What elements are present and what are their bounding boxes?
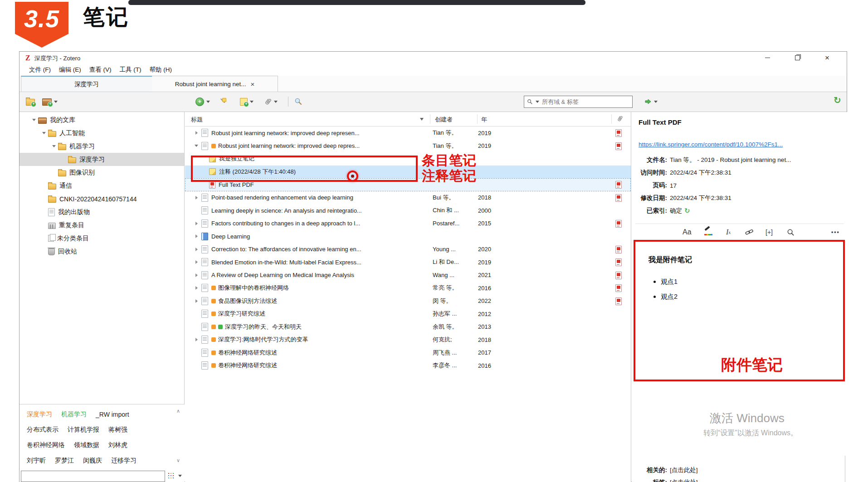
expand-icon[interactable] [191,222,201,225]
expand-icon[interactable] [40,132,48,134]
tab-close-icon[interactable]: × [251,80,255,88]
sync-icon[interactable]: ↻ [684,207,690,215]
tag-item[interactable]: 计算机学报 [68,426,99,434]
tag-item[interactable]: 迁移学习 [111,457,137,465]
tag-item[interactable]: 蒋树强 [108,426,127,434]
table-row[interactable]: 深度学习:网络时代学习方式的变革何克抗;2018 [185,333,631,346]
title-bar[interactable]: Z 深度学习 - Zotero × [20,52,847,64]
menu-item[interactable]: 文件 (F) [25,64,55,75]
expand-icon[interactable] [191,273,201,277]
table-row[interactable]: Point-based rendering enhancement via de… [185,191,631,204]
menu-item[interactable]: 工具 (T) [116,64,146,75]
table-row[interactable]: Robust joint learning network: improved … [185,127,631,140]
close-button[interactable]: × [820,52,834,64]
table-row[interactable]: 深度学习的昨天、今天和明天余凯 等。2013 [185,321,631,334]
table-row[interactable]: 图像理解中的卷积神经网络常亮 等。2016 [185,282,631,295]
expand-icon[interactable] [191,299,201,303]
table-row[interactable]: 卷积神经网络研究综述周飞燕 ...2017 [185,346,631,360]
field-value[interactable]: Tian 等。 - 2019 - Robust joint learning n… [670,156,791,164]
expand-icon[interactable] [191,196,201,200]
table-row[interactable]: 卷积神经网络研究综述李彦冬 ...2016 [185,359,631,372]
new-library-button[interactable]: + [42,95,58,108]
new-note-button[interactable]: + [240,95,254,108]
insert-link-button[interactable] [745,226,753,238]
table-row[interactable]: Factors contributing to changes in a dee… [185,217,631,230]
sidebar-item[interactable]: CNKI-20220424160757144 [20,192,184,205]
tag-item[interactable]: 刘林虎 [108,441,127,449]
sidebar-item[interactable]: 人工智能 [20,127,184,140]
column-divider[interactable] [430,114,430,124]
tab-library[interactable]: 深度学习 [21,76,152,92]
expand-icon[interactable] [30,119,38,121]
table-row[interactable]: Correction to: The affordances of innova… [185,243,631,256]
table-row[interactable]: Learning deeply in science: An analysis … [185,204,631,217]
menu-item[interactable]: 编辑 (E) [55,64,85,75]
more-options-button[interactable]: ••• [831,226,840,238]
note-format-button[interactable]: Aa [683,226,692,238]
tag-item[interactable]: 罗梦江 [55,457,74,465]
expand-icon[interactable] [191,260,201,264]
sidebar-item[interactable]: 深度学习 [20,153,184,166]
field-value[interactable]: 2022/4/24 下午2:38:31 [670,194,731,202]
field-value-link[interactable]: [点击此处] [670,466,698,474]
table-row[interactable]: Blended Emotion in-the-Wild: Multi-label… [185,256,631,269]
column-header-year[interactable]: 年 [481,116,487,124]
expand-icon[interactable] [191,145,201,147]
tag-item[interactable]: 深度学习 [27,410,52,419]
quick-search-box[interactable] [524,96,633,108]
tag-scrollbar[interactable]: ∧ ∨ [175,408,182,463]
tab-reader[interactable]: Robust joint learning net... × [152,76,278,92]
expand-icon[interactable] [191,248,201,251]
scroll-down-icon[interactable]: ∨ [176,458,180,463]
menu-item[interactable]: 帮助 (H) [146,64,176,75]
tag-item[interactable]: _RW import [96,411,129,418]
expand-icon[interactable] [50,145,58,147]
sidebar-item[interactable]: 机器学习 [20,140,184,153]
search-input[interactable] [541,98,632,106]
highlighter-icon[interactable] [704,226,712,238]
sidebar-item[interactable]: 回收站 [20,245,184,258]
expand-icon[interactable] [191,286,201,290]
menu-item[interactable]: 查看 (V) [85,64,116,75]
tag-item[interactable]: 分布式表示 [27,426,59,434]
table-row[interactable]: A Review of Deep Learning on Medical Ima… [185,269,631,282]
tag-item[interactable]: 刘宇昕 [27,457,46,465]
tag-item[interactable]: 领域数据 [74,441,99,449]
note-search-button[interactable] [787,226,795,238]
column-header-creator[interactable]: 创建者 [435,116,453,124]
sync-button[interactable]: ↻ [834,95,841,106]
tag-filter-input[interactable] [21,471,165,482]
add-attachment-button[interactable] [264,95,278,108]
column-divider[interactable] [611,114,612,124]
locate-button[interactable] [644,95,658,108]
column-divider[interactable] [477,114,478,124]
sidebar-item[interactable]: 我的文库 [20,113,184,127]
field-value[interactable]: 确定 [670,207,682,215]
sidebar-item[interactable]: 通信 [20,179,184,192]
sidebar-item[interactable]: 未分类条目 [20,232,184,245]
tag-color-grid-icon[interactable] [168,473,169,474]
table-row[interactable]: 食品图像识别方法综述闵 等。2022 [185,295,631,308]
table-row[interactable]: Deep Learning [185,230,631,243]
tag-item[interactable]: 闵巍庆 [83,457,102,465]
minimize-button[interactable] [761,52,774,64]
tag-item[interactable]: 机器学习 [61,410,87,419]
field-value[interactable]: 17 [670,182,677,189]
field-value-link[interactable]: [点击此处] [670,478,698,482]
table-row[interactable]: 深度学习研究综述孙志军 ...2012 [185,307,631,321]
chevron-down-icon[interactable] [178,475,182,477]
attachment-url-link[interactable]: https://link.springer.com/content/pdf/10… [639,141,844,148]
expand-icon[interactable] [191,234,201,238]
table-row[interactable]: Robust joint learning network: improved … [185,140,631,153]
new-collection-button[interactable]: + [26,95,35,108]
scrollbar[interactable] [845,456,845,482]
sidebar-item[interactable]: 重复条目 [20,219,184,232]
attachment-column-icon[interactable] [617,115,623,122]
scroll-up-icon[interactable]: ∧ [176,408,180,414]
tag-item[interactable]: 卷积神经网络 [27,441,65,449]
clear-formatting-button[interactable]: Ix [726,226,731,238]
sidebar-item[interactable]: 图像识别 [20,166,184,179]
new-item-button[interactable]: + [195,95,210,108]
column-header-title[interactable]: 标题 [191,116,203,124]
expand-icon[interactable] [191,131,201,135]
